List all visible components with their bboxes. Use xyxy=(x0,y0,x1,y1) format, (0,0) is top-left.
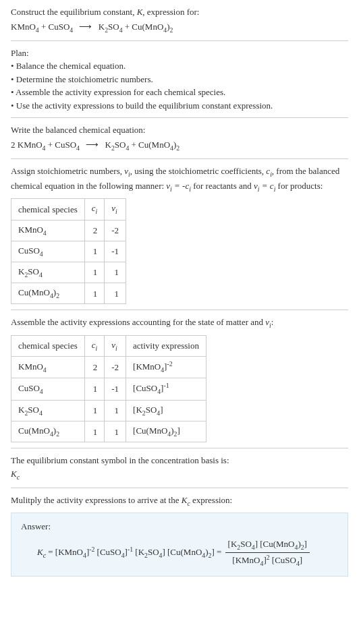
stoich-text-a: Assign stoichiometric numbers, xyxy=(11,166,124,176)
nu-i-2: νi xyxy=(265,317,271,327)
cell-species: Cu(MnO4)2 xyxy=(11,421,85,442)
cell-species: Cu(MnO4)2 xyxy=(11,283,85,304)
plan-item: • Use the activity expressions to build … xyxy=(11,99,348,113)
cell-nu: -1 xyxy=(105,241,126,262)
reactant-2: CuSO4 xyxy=(49,22,74,32)
kc-ans: Kc xyxy=(37,547,46,557)
plus-2: + xyxy=(123,22,132,32)
stoich-text-b: , using the stoichiometric coefficients, xyxy=(130,166,267,176)
table-row: K2SO411 xyxy=(11,262,126,283)
th-c: ci xyxy=(84,199,105,220)
cell-nu: 1 xyxy=(105,421,126,442)
reactant-2b: CuSO4 xyxy=(55,140,80,150)
plan-item: • Determine the stoichiometric numbers. xyxy=(11,73,348,86)
kc-text: The equilibrium constant symbol in the c… xyxy=(11,454,348,467)
cell-c: 1 xyxy=(84,283,105,304)
stoich-tail-1: for reactants and xyxy=(191,181,254,191)
cell-species: K2SO4 xyxy=(11,401,85,421)
stoich-tail-2: for products: xyxy=(275,181,323,191)
table-row: Cu(MnO4)211[Cu(MnO4)2] xyxy=(11,421,206,442)
answer-equation: Kc = [KMnO4]-2 [CuSO4]-1 [K2SO4] [Cu(MnO… xyxy=(21,537,338,569)
cell-species: CuSO4 xyxy=(11,378,85,401)
product-1: K2SO4 xyxy=(99,22,123,32)
plus-4: + xyxy=(129,140,138,150)
plan-item: • Balance the chemical equation. xyxy=(11,59,348,73)
activity-tail: : xyxy=(271,317,274,327)
arrow-icon: ⟶ xyxy=(75,22,96,32)
cell-species: KMnO4 xyxy=(11,220,85,241)
th-species: chemical species xyxy=(11,335,85,356)
problem-statement: Construct the equilibrium constant, K, e… xyxy=(11,5,348,35)
divider xyxy=(11,488,348,488)
cell-c: 1 xyxy=(84,262,105,283)
kc-inline: Kc xyxy=(182,495,190,505)
cell-species: KMnO4 xyxy=(11,356,85,378)
table-header-row: chemical species ci νi activity expressi… xyxy=(11,335,206,356)
eq-sign-2: = xyxy=(215,547,224,557)
th-c: ci xyxy=(84,335,105,356)
prompt-line: Construct the equilibrium constant, K, e… xyxy=(11,5,348,19)
cell-c: 2 xyxy=(84,356,105,378)
cell-nu: 1 xyxy=(105,401,126,421)
table-row: KMnO42-2 xyxy=(11,220,126,241)
stoich-section: Assign stoichiometric numbers, νi, using… xyxy=(11,165,348,194)
rel-2: νi = ci xyxy=(254,181,275,191)
unbalanced-equation: KMnO4 + CuSO4 ⟶ K2SO4 + Cu(MnO4)2 xyxy=(11,20,348,35)
numerator: [K2SO4] [Cu(MnO4)2] xyxy=(225,537,310,553)
kc-symbol: Kc xyxy=(11,467,348,482)
multiply-section: Mulitply the activity expressions to arr… xyxy=(11,494,348,508)
c-i: ci xyxy=(266,166,272,176)
activity-table: chemical species ci νi activity expressi… xyxy=(11,335,206,443)
th-species: chemical species xyxy=(11,199,85,220)
cell-c: 1 xyxy=(84,401,105,421)
kc-symbol-section: The equilibrium constant symbol in the c… xyxy=(11,454,348,482)
prompt-text-b: , expression for: xyxy=(142,7,199,17)
nu-i: νi xyxy=(124,166,130,176)
divider xyxy=(11,448,348,448)
activity-text: Assemble the activity expressions accoun… xyxy=(11,317,265,327)
multiply-text: Mulitply the activity expressions to arr… xyxy=(11,495,182,505)
plan-item: • Assemble the activity expression for e… xyxy=(11,86,348,99)
multiply-tail: expression: xyxy=(190,495,232,505)
answer-label: Answer: xyxy=(21,520,338,533)
cell-c: 2 xyxy=(84,220,105,241)
balanced-title: Write the balanced chemical equation: xyxy=(11,123,348,137)
plus-3: + xyxy=(45,140,55,150)
cell-activity: [Cu(MnO4)2] xyxy=(126,421,206,442)
prompt-text-a: Construct the equilibrium constant, xyxy=(11,7,137,17)
cell-activity: [KMnO4]-2 xyxy=(126,356,206,378)
answer-box: Answer: Kc = [KMnO4]-2 [CuSO4]-1 [K2SO4]… xyxy=(11,513,348,576)
activity-section: Assemble the activity expressions accoun… xyxy=(11,316,348,330)
reactant-1b: KMnO4 xyxy=(18,140,46,150)
cell-nu: 1 xyxy=(105,262,126,283)
divider xyxy=(11,158,348,159)
cell-c: 1 xyxy=(84,241,105,262)
plus-1: + xyxy=(39,22,49,32)
cell-nu: -2 xyxy=(105,220,126,241)
arrow-icon-2: ⟶ xyxy=(82,140,103,150)
table-row: Cu(MnO4)211 xyxy=(11,283,126,304)
table-row: KMnO42-2[KMnO4]-2 xyxy=(11,356,206,378)
reactant-1: KMnO4 xyxy=(11,22,39,32)
coeff-1: 2 xyxy=(11,140,18,150)
denominator: [KMnO4]2 [CuSO4] xyxy=(225,553,310,569)
table-row: K2SO411[K2SO4] xyxy=(11,401,206,421)
cell-nu: 1 xyxy=(105,283,126,304)
cell-species: CuSO4 xyxy=(11,241,85,262)
rel-1: νi = -ci xyxy=(166,181,191,191)
product-1b: K2SO4 xyxy=(105,140,129,150)
cell-nu: -1 xyxy=(105,378,126,401)
th-nu: νi xyxy=(105,199,126,220)
table-row: CuSO41-1[CuSO4]-1 xyxy=(11,378,206,401)
balanced-equation: 2 KMnO4 + CuSO4 ⟶ K2SO4 + Cu(MnO4)2 xyxy=(11,138,348,153)
divider xyxy=(11,40,348,41)
product-2b: Cu(MnO4)2 xyxy=(138,140,180,150)
th-activity: activity expression xyxy=(126,335,206,356)
eq-sign: = xyxy=(46,547,55,557)
table-row: CuSO41-1 xyxy=(11,241,126,262)
balanced-section: Write the balanced chemical equation: 2 … xyxy=(11,123,348,153)
product-2: Cu(MnO4)2 xyxy=(132,22,173,32)
cell-activity: [K2SO4] xyxy=(126,401,206,421)
divider xyxy=(11,310,348,310)
th-nu: νi xyxy=(105,335,126,356)
